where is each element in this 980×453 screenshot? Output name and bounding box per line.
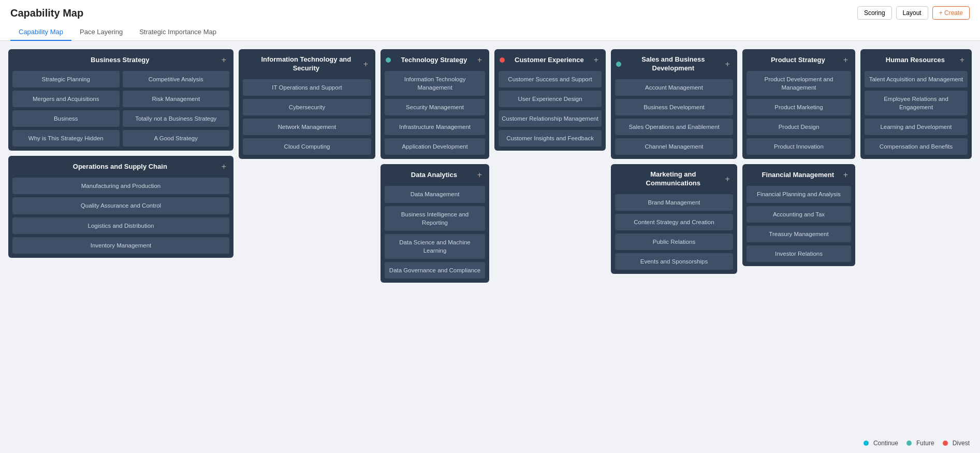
item-quality-assurance[interactable]: Quality Assurance and Control [12,197,229,214]
dot-divest-cx [500,57,505,63]
add-data-analytics[interactable]: + [475,170,484,180]
item-brand-management[interactable]: Brand Management [615,194,733,211]
item-manufacturing[interactable]: Manufacturing and Production [12,178,229,194]
tab-strategic-importance[interactable]: Strategic Importance Map [131,24,225,41]
item-learning-development[interactable]: Learning and Development [865,119,968,135]
card-header-hr: Human Resources + [865,53,968,67]
item-network-management[interactable]: Network Management [243,119,371,135]
item-it-operations[interactable]: IT Operations and Support [243,79,371,96]
card-business-strategy: Business Strategy + Strategic Planning C… [8,49,233,151]
item-channel-management[interactable]: Channel Management [615,138,733,155]
item-mergers-acquisitions[interactable]: Mergers and Acquisitions [12,91,120,107]
tab-capability-map[interactable]: Capability Map [10,24,71,41]
item-accounting-tax[interactable]: Accounting and Tax [747,206,851,223]
layout-button[interactable]: Layout [896,6,928,20]
item-strategic-planning[interactable]: Strategic Planning [12,71,120,87]
column-7: Human Resources + Talent Acquisition and… [860,49,972,159]
add-cx[interactable]: + [592,55,601,65]
page-title: Capability Map [10,7,83,19]
add-hr[interactable]: + [958,55,967,65]
item-crm[interactable]: Customer Relationship Management [499,110,602,127]
item-risk-management[interactable]: Risk Management [123,91,230,107]
item-product-innovation[interactable]: Product Innovation [747,138,851,155]
column-6: Product Strategy + Product Development a… [742,49,855,266]
item-financial-planning[interactable]: Financial Planning and Analysis [747,186,851,202]
item-inventory[interactable]: Inventory Management [12,237,229,254]
add-product[interactable]: + [841,55,850,65]
add-financial[interactable]: + [841,170,850,180]
item-app-development[interactable]: Application Development [385,138,485,155]
column-4: Customer Experience + Customer Success a… [494,49,606,151]
item-public-relations[interactable]: Public Relations [615,233,733,250]
column-2: Information Technology and Security + IT… [239,49,375,159]
card-sales: Sales and Business Development + Account… [611,49,737,159]
header: Capability Map Scoring Layout + Create C… [0,0,980,41]
item-why-hidden[interactable]: Why is This Strategy Hidden [12,130,120,147]
card-title-data-analytics: Data Analytics [393,171,475,180]
card-header-it: Information Technology and Security + [243,53,371,75]
item-security-management[interactable]: Security Management [385,99,485,115]
item-content-strategy[interactable]: Content Strategy and Creation [615,214,733,230]
item-events-sponsorships[interactable]: Events and Sponsorships [615,253,733,270]
capability-grid: Business Strategy + Strategic Planning C… [8,49,972,283]
add-tech-strategy[interactable]: + [475,55,484,65]
item-treasury[interactable]: Treasury Management [747,226,851,242]
item-competitive-analysis[interactable]: Competitive Analysis [123,71,230,87]
add-it[interactable]: + [361,60,370,69]
item-infrastructure-management[interactable]: Infrastructure Management [385,119,485,135]
add-business-strategy[interactable]: + [220,55,228,65]
item-employee-relations[interactable]: Employee Relations and Engagement [865,91,968,115]
item-it-management[interactable]: Information Technology Management [385,71,485,96]
item-cloud-computing[interactable]: Cloud Computing [243,138,371,155]
item-customer-success[interactable]: Customer Success and Support [499,71,602,87]
card-header-cx: Customer Experience + [499,53,602,67]
card-title-tech-strategy: Technology Strategy [393,56,475,65]
card-data-analytics: Data Analytics + Data Management Busines… [381,164,489,283]
item-talent-acquisition[interactable]: Talent Acquisition and Management [865,71,968,87]
add-operations[interactable]: + [220,162,228,171]
items-business-strategy: Strategic Planning Competitive Analysis … [12,71,229,147]
create-button[interactable]: + Create [932,6,970,20]
column-5: Sales and Business Development + Account… [611,49,737,274]
item-sales-operations[interactable]: Sales Operations and Enablement [615,119,733,135]
card-tech-strategy: Technology Strategy + Information Techno… [381,49,489,159]
item-product-design[interactable]: Product Design [747,119,851,135]
card-header-data-analytics: Data Analytics + [385,168,485,182]
dot-future-tech [386,57,391,63]
item-bi-reporting[interactable]: Business Intelligence and Reporting [385,206,485,231]
item-compensation[interactable]: Compensation and Benefits [865,138,968,155]
column-3: Technology Strategy + Information Techno… [381,49,489,283]
item-customer-insights[interactable]: Customer Insights and Feedback [499,130,602,147]
item-data-governance[interactable]: Data Governance and Compliance [385,262,485,279]
scoring-button[interactable]: Scoring [857,6,892,20]
item-business-development[interactable]: Business Development [615,99,733,115]
card-title-cx: Customer Experience [507,56,592,65]
card-header-marketing: Marketing and Communications + [615,168,733,190]
item-good-strategy[interactable]: A Good Strategy [123,130,230,147]
items-data-analytics: Data Management Business Intelligence an… [385,186,485,279]
item-account-management[interactable]: Account Management [615,79,733,96]
item-ux-design[interactable]: User Experience Design [499,91,602,107]
item-cybersecurity[interactable]: Cybersecurity [243,99,371,115]
items-financial: Financial Planning and Analysis Accounti… [747,186,851,261]
item-product-marketing[interactable]: Product Marketing [747,99,851,115]
item-data-science[interactable]: Data Science and Machine Learning [385,234,485,259]
item-investor-relations[interactable]: Investor Relations [747,245,851,262]
item-data-management[interactable]: Data Management [385,186,485,202]
items-it: IT Operations and Support Cybersecurity … [243,79,371,155]
item-product-dev[interactable]: Product Development and Management [747,71,851,96]
item-business[interactable]: Business [12,110,120,127]
card-marketing: Marketing and Communications + Brand Man… [611,164,737,274]
card-header-sales: Sales and Business Development + [615,53,733,75]
item-totally-not-strategy[interactable]: Totally not a Business Strategy [123,110,230,127]
items-tech-strategy: Information Technology Management Securi… [385,71,485,155]
card-human-resources: Human Resources + Talent Acquisition and… [860,49,972,159]
card-it-security: Information Technology and Security + IT… [239,49,375,159]
add-sales[interactable]: + [723,60,732,69]
add-marketing[interactable]: + [723,174,732,184]
tab-pace-layering[interactable]: Pace Layering [71,24,131,41]
column-1: Business Strategy + Strategic Planning C… [8,49,233,258]
items-operations: Manufacturing and Production Quality Ass… [12,178,229,253]
item-logistics[interactable]: Logistics and Distribution [12,217,229,234]
card-title-business-strategy: Business Strategy [21,56,220,65]
